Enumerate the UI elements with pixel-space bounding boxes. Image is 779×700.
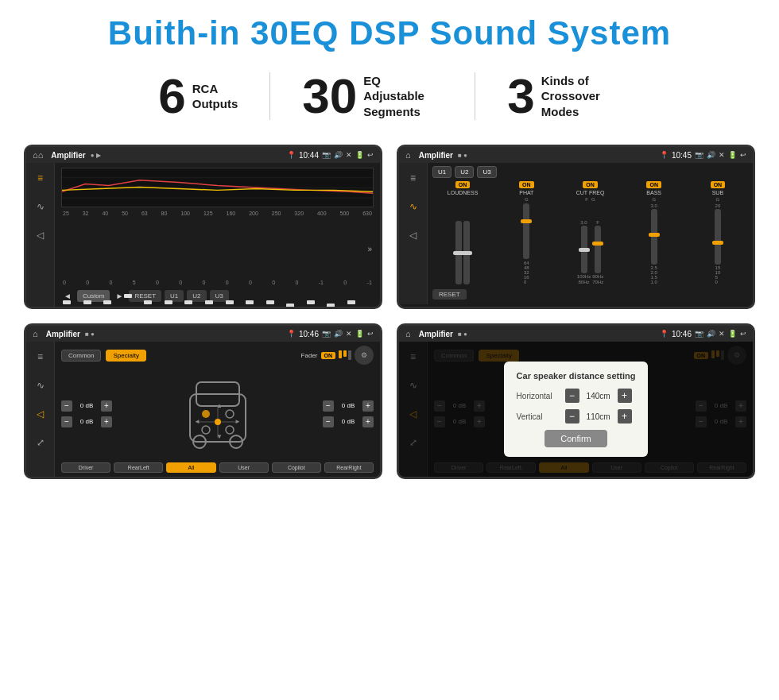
app-name-3: Amplifier: [46, 330, 80, 338]
eq-prev[interactable]: ◄: [61, 292, 74, 300]
cutfreq-sublabels: FG: [585, 197, 595, 202]
eq-icon-2[interactable]: ≡: [405, 169, 422, 187]
stat-rca: 6 RCAOutputs: [126, 72, 269, 121]
back-icon-1[interactable]: ↩: [367, 151, 374, 159]
vertical-plus[interactable]: +: [618, 409, 632, 423]
phat-thumb: [521, 219, 532, 223]
btn-driver[interactable]: Driver: [61, 462, 110, 473]
amp-reset-btn[interactable]: RESET: [432, 289, 467, 300]
screen-eq: ⌂ Amplifier ● ▶ 📍 10:44 📷 🔊 ✕ 🔋 ↩ ≡ ∿ ◁: [24, 145, 382, 309]
screen-body-4: ≡ ∿ ◁ ⤢ Common Specialty ON: [399, 342, 753, 477]
phat-sublabel: G: [525, 197, 529, 202]
eq-icon-1[interactable]: ≡: [32, 169, 49, 187]
bass-thumb: [649, 233, 660, 237]
vol-icon-3[interactable]: ◁: [32, 405, 49, 423]
cutfreq-on[interactable]: ON: [583, 181, 598, 188]
horizontal-value: 140cm: [583, 392, 614, 400]
tab-common[interactable]: Common: [61, 350, 101, 362]
status-icons-3: 📍 10:46 📷 🔊 ✕ 🔋 ↩: [287, 330, 374, 338]
loudness-sliders: [455, 197, 470, 284]
stat-crossover: 3 Kinds ofCrossover Modes: [475, 72, 652, 121]
cutfreq-track-g[interactable]: [595, 226, 601, 273]
preset-u1[interactable]: U1: [432, 166, 452, 178]
tab-specialty[interactable]: Specialty: [106, 350, 145, 362]
loudness-on[interactable]: ON: [455, 181, 471, 188]
status-bar-1: ⌂ Amplifier ● ▶ 📍 10:44 📷 🔊 ✕ 🔋 ↩: [26, 147, 380, 163]
vol-tl-value: 0 dB: [76, 402, 98, 409]
home-icon-2[interactable]: ⌂: [405, 150, 411, 160]
bass-track[interactable]: [651, 209, 657, 265]
home-icon-1[interactable]: ⌂: [33, 150, 43, 160]
left-vol-controls: − 0 dB + − 0 dB +: [61, 369, 112, 458]
preset-u2[interactable]: U2: [455, 166, 474, 178]
sub-sublabel: G: [716, 197, 720, 202]
settings-circle[interactable]: ⚙: [355, 346, 374, 365]
screen-body-3: ≡ ∿ ◁ ⤢ Common Specialty Fader ON: [26, 342, 380, 477]
vol-tr-minus[interactable]: −: [323, 400, 334, 412]
location-icon-2: 📍: [660, 151, 669, 159]
back-icon-2[interactable]: ↩: [740, 151, 746, 159]
stats-row: 6 RCAOutputs 30 EQ AdjustableSegments 3 …: [0, 60, 779, 137]
volume-icon-4: 🔊: [707, 330, 715, 338]
cutfreq-track-f[interactable]: [581, 226, 587, 273]
home-icon-4[interactable]: ⌂: [405, 329, 411, 338]
amp-content: U1 U2 U3 ON LOUDNESS: [428, 163, 753, 304]
camera-icon-4: 📷: [695, 330, 703, 338]
vol-tr-plus[interactable]: +: [362, 400, 374, 412]
expand-arrows[interactable]: »: [367, 245, 372, 253]
back-icon-4[interactable]: ↩: [740, 330, 746, 338]
vertical-minus[interactable]: −: [565, 409, 579, 423]
horizontal-plus[interactable]: +: [618, 389, 632, 403]
vol-br-minus[interactable]: −: [323, 416, 334, 427]
phat-track[interactable]: [523, 203, 529, 259]
app-name-4: Amplifier: [419, 330, 453, 338]
sub-on[interactable]: ON: [711, 181, 726, 188]
vol-tr: − 0 dB +: [323, 400, 374, 412]
vol-bl-minus[interactable]: −: [61, 416, 72, 427]
expand-icon-3[interactable]: ⤢: [32, 434, 49, 451]
camera-icon-3: 📷: [322, 330, 331, 338]
btn-copilot[interactable]: Copilot: [272, 462, 321, 473]
channel-sub: ON SUB G 20 151050: [688, 181, 748, 284]
horizontal-minus[interactable]: −: [565, 389, 579, 403]
sub-track[interactable]: [715, 209, 721, 265]
back-icon-3[interactable]: ↩: [367, 330, 374, 338]
svg-point-14: [215, 419, 221, 425]
preset-u3[interactable]: U3: [477, 166, 496, 178]
confirm-button[interactable]: Confirm: [545, 430, 607, 447]
camera-icon-2: 📷: [695, 151, 703, 159]
svg-point-11: [226, 426, 234, 434]
wave-icon-3[interactable]: ∿: [32, 377, 49, 394]
vol-br-plus[interactable]: +: [362, 416, 374, 427]
location-icon-4: 📍: [660, 330, 669, 338]
loudness-track-2[interactable]: [463, 221, 470, 284]
wave-icon-2[interactable]: ∿: [405, 198, 422, 215]
vol-tl-minus[interactable]: −: [61, 400, 72, 412]
vol-icon-2[interactable]: ◁: [405, 226, 422, 244]
horizontal-label: Horizontal: [517, 392, 560, 400]
status-icons-2: 📍 10:45 📷 🔊 ✕ 🔋 ↩: [660, 151, 746, 160]
vol-bl-plus[interactable]: +: [101, 416, 112, 427]
wave-icon-1[interactable]: ∿: [32, 198, 49, 215]
btn-rearright[interactable]: RearRight: [324, 462, 374, 473]
fader-bars: [339, 350, 351, 360]
eq-icon-3[interactable]: ≡: [32, 348, 49, 365]
eq-sliders: »: [61, 221, 374, 277]
stat-crossover-number: 3: [507, 72, 534, 121]
screen-body-1: ≡ ∿ ◁: [26, 163, 380, 307]
amp-channels: ON LOUDNESS ON: [432, 181, 748, 284]
stat-eq-number: 30: [302, 72, 357, 121]
phat-on[interactable]: ON: [519, 181, 534, 188]
btn-user[interactable]: User: [219, 462, 269, 473]
channel-phat: ON PHAT G 644832160: [496, 181, 556, 284]
btn-all[interactable]: All: [166, 462, 215, 473]
btn-rearleft[interactable]: RearLeft: [114, 462, 163, 473]
bass-on[interactable]: ON: [646, 181, 661, 188]
fader-on-badge[interactable]: ON: [321, 352, 336, 359]
time-1: 10:44: [299, 151, 319, 160]
vol-tl-plus[interactable]: +: [101, 400, 112, 412]
stat-eq-label: EQ AdjustableSegments: [363, 73, 443, 120]
svg-point-9: [226, 410, 234, 418]
home-icon-3[interactable]: ⌂: [33, 329, 38, 338]
vol-icon-1[interactable]: ◁: [32, 226, 49, 244]
